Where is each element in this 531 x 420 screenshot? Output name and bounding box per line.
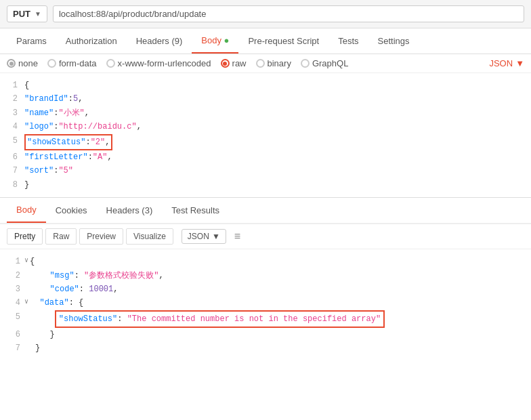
request-body-editor[interactable]: 1 { 2 "brandId":5, 3 "name":"小米", 4 "log… [0,73,531,198]
code-line-5: 5 "showStatus":"2", [0,134,531,150]
radio-binary-icon [256,59,265,68]
resp-line-number: 4 [5,296,24,310]
highlight-resp-show-status: "showStatus": "The committed number is n… [55,310,385,328]
highlight-show-status: "showStatus":"2", [24,134,112,150]
json-type-label: JSON [489,58,513,68]
resp-line-content: "showStatus": "The committed number is n… [35,310,526,328]
method-label: PUT [13,9,30,19]
resp-code-line-1: 1 ∨ { [0,255,531,268]
radio-urlencoded-icon [106,59,115,68]
main-tab-bar: Params Authorization Headers (9) Body ● … [0,28,531,54]
radio-graphql-icon [301,59,310,68]
response-tab-body[interactable]: Body [7,198,46,223]
resp-pretty-btn[interactable]: Pretty [7,228,43,245]
tab-params[interactable]: Params [7,29,56,53]
radio-form-data-icon [47,59,56,68]
line-content: "name":"小米", [24,106,526,120]
resp-line-number: 2 [5,269,24,282]
format-binary-label: binary [268,58,291,68]
line-content: "logo":"http://baidu.c", [24,120,526,133]
line-number: 7 [5,164,24,177]
line-number: 5 [5,134,24,148]
line-content: "brandId":5, [24,92,526,106]
resp-json-label: JSON [188,232,209,241]
resp-line-content: "code": 10001, [35,282,526,296]
response-tab-test-results[interactable]: Test Results [162,198,229,222]
format-raw-label: raw [232,58,247,68]
resp-line-number: 3 [5,282,24,296]
resp-code-line-5: 5 "showStatus": "The committed number is… [0,310,531,328]
resp-line-content: { [30,255,35,268]
format-form-data[interactable]: form-data [47,58,97,68]
response-tab-cookies[interactable]: Cookies [46,198,97,222]
resp-line-number: 6 [5,328,24,341]
line-content: } [24,178,526,192]
tab-authorization[interactable]: Authorization [56,29,127,53]
json-type-dropdown[interactable]: JSON ▼ [489,58,524,68]
line-content: "firstLetter":"A", [24,150,526,164]
code-line-4: 4 "logo":"http://baidu.c", [0,120,531,133]
code-line-3: 3 "name":"小米", [0,106,531,120]
response-format-bar: Pretty Raw Preview Visualize JSON ▼ ≡ [0,224,531,249]
resp-line-content: "msg": "参数格式校验失败", [35,269,526,282]
resp-code-line-4: 4 ∨ "data": { [0,296,531,310]
format-graphql-label: GraphQL [312,58,348,68]
format-bar: none form-data x-www-form-urlencoded raw… [0,54,531,73]
expand-icon: ∨ [24,296,28,308]
resp-code-line-3: 3 "code": 10001, [0,282,531,296]
format-raw[interactable]: raw [221,58,247,68]
code-line-1: 1 { [0,79,531,92]
resp-json-chevron-icon: ▼ [212,232,220,241]
body-dot-icon: ● [224,35,230,45]
resp-line-number: 7 [5,341,24,355]
line-number: 6 [5,150,24,164]
code-line-7: 7 "sort":"5" [0,164,531,177]
format-lines-icon[interactable]: ≡ [234,230,240,243]
resp-line-number: 1 [5,255,24,268]
tab-headers[interactable]: Headers (9) [127,29,192,53]
resp-code-line-7: 7 } [0,341,531,355]
response-body-editor[interactable]: 1 ∨ { 2 "msg": "参数格式校验失败", 3 "code": 100… [0,249,531,361]
resp-code-line-6: 6 } [0,328,531,341]
code-line-8: 8 } [0,178,531,192]
url-bar: PUT ▼ [0,0,531,28]
code-line-2: 2 "brandId":5, [0,92,531,106]
method-chevron-icon: ▼ [35,10,41,18]
resp-line-content: "data": { [30,296,526,310]
method-select[interactable]: PUT ▼ [7,5,47,22]
format-urlencoded-label: x-www-form-urlencoded [118,58,211,68]
radio-none-icon [7,59,16,68]
line-content: "showStatus":"2", [24,134,526,150]
line-content: { [24,79,526,92]
resp-code-line-2: 2 "msg": "参数格式校验失败", [0,269,531,282]
line-number: 4 [5,120,24,133]
resp-raw-btn[interactable]: Raw [45,228,77,245]
format-graphql[interactable]: GraphQL [301,58,348,68]
response-section: Body Cookies Headers (3) Test Results Pr… [0,198,531,361]
format-none-label: none [18,58,38,68]
resp-preview-btn[interactable]: Preview [79,228,123,245]
code-line-6: 6 "firstLetter":"A", [0,150,531,164]
resp-line-content: } [35,328,526,341]
line-number: 8 [5,178,24,192]
response-tab-bar: Body Cookies Headers (3) Test Results [0,198,531,224]
format-urlencoded[interactable]: x-www-form-urlencoded [106,58,211,68]
resp-line-content: } [35,341,526,355]
line-number: 1 [5,79,24,92]
radio-raw-icon [221,59,230,68]
line-content: "sort":"5" [24,164,526,177]
resp-visualize-btn[interactable]: Visualize [126,228,173,245]
tab-settings[interactable]: Settings [368,29,419,53]
tab-body[interactable]: Body ● [192,28,238,54]
tab-prerequest[interactable]: Pre-request Script [238,29,328,53]
response-tab-headers[interactable]: Headers (3) [97,198,163,222]
format-form-data-label: form-data [59,58,97,68]
url-input[interactable] [53,5,524,22]
expand-icon: ∨ [24,255,28,266]
format-binary[interactable]: binary [256,58,291,68]
resp-json-dropdown[interactable]: JSON ▼ [182,229,226,244]
format-none[interactable]: none [7,58,38,68]
tab-tests[interactable]: Tests [328,29,368,53]
resp-line-number: 5 [5,310,24,324]
json-type-chevron-icon: ▼ [515,58,524,68]
